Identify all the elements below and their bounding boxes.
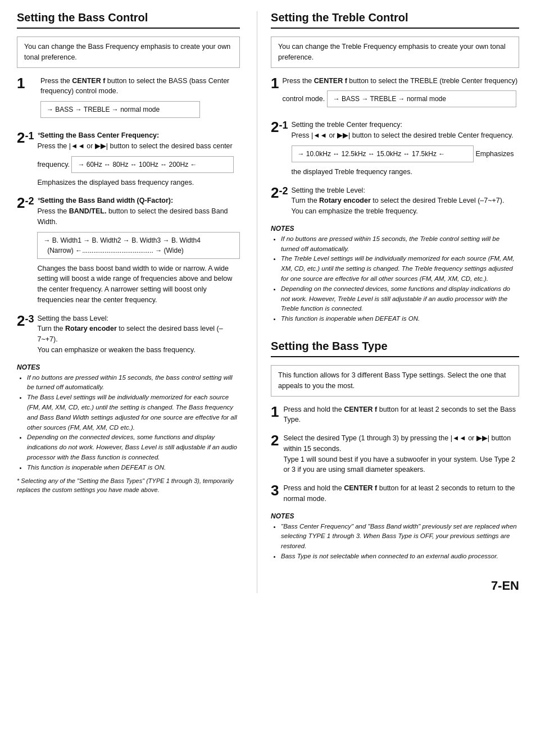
- bass-notes-heading: NOTES: [17, 363, 240, 371]
- bass-notes-list: If no buttons are pressed within 15 seco…: [17, 373, 240, 473]
- bass-step-21-number: 2: [17, 130, 25, 145]
- bass-step-23-sub: -3: [25, 313, 34, 326]
- bass-type-step-3: 3 Press and hold the CENTER f button for…: [271, 483, 519, 504]
- page-number: 7-EN: [271, 579, 519, 593]
- treble-step-22-number: 2: [271, 185, 279, 200]
- bass-info-text: You can change the Bass Frequency emphas…: [24, 43, 230, 61]
- bass-type-step-1-number: 1: [271, 404, 279, 419]
- treble-note-1: If no buttons are pressed within 15 seco…: [281, 234, 519, 254]
- bass-step-2-1: 2 -1 *Setting the Bass Center Frequency:…: [17, 130, 240, 188]
- treble-control-title: Setting the Treble Control: [271, 11, 519, 29]
- bass-step-21-flow: → 60Hz ↔ 80Hz ↔ 100Hz ↔ 200Hz ←: [71, 156, 233, 173]
- bass-note-4: This function is inoperable when DEFEAT …: [27, 463, 240, 473]
- bass-control-section: Setting the Bass Control You can change …: [17, 11, 240, 593]
- bass-step-22-number: 2: [17, 195, 25, 210]
- treble-note-2: The Treble Level settings will be indivi…: [281, 254, 519, 284]
- bass-step-1: 1 Press the CENTER f button to select th…: [17, 76, 240, 123]
- bass-step-21-after: Emphasizes the displayed bass frequency …: [37, 177, 240, 188]
- treble-notes-list: If no buttons are pressed within 15 seco…: [271, 234, 519, 324]
- treble-step-1-flow: → BASS → TREBLE → normal mode: [327, 90, 516, 107]
- bass-type-step-1: 1 Press and hold the CENTER f button for…: [271, 404, 519, 426]
- bass-step-22-content: *Setting the Bass Band width (Q-Factor):…: [37, 195, 240, 305]
- bass-note-2: The Bass Level settings will be individu…: [27, 393, 240, 432]
- bass-type-note-2: Bass Type is not selectable when connect…: [281, 552, 519, 562]
- bass-step-2-2: 2 -2 *Setting the Bass Band width (Q-Fac…: [17, 195, 240, 305]
- bass-step-1-flow: → BASS → TREBLE → normal mode: [40, 101, 200, 118]
- bass-step-22-flow: → B. Width1 → B. Width2 → B. Width3 → B.…: [37, 232, 240, 259]
- bass-type-note-1: "Bass Center Frequency" and "Bass Band w…: [281, 522, 519, 552]
- treble-step-22-content: Setting the treble Level: Turn the Rotar…: [292, 185, 519, 217]
- bass-step-2-3: 2 -3 Setting the bass Level: Turn the Ro…: [17, 313, 240, 356]
- bass-type-step-3-number: 3: [271, 483, 279, 498]
- treble-step-2-2: 2 -2 Setting the treble Level: Turn the …: [271, 185, 519, 217]
- bass-step-23-content: Setting the bass Level: Turn the Rotary …: [37, 313, 240, 356]
- bass-step-1-number: 1: [17, 76, 37, 90]
- treble-notes-heading: NOTES: [271, 225, 519, 233]
- treble-step-21-content: Setting the treble Center frequency: Pre…: [292, 120, 519, 177]
- bass-type-step-1-content: Press and hold the CENTER f button for a…: [284, 404, 519, 426]
- bass-step-22-sub: -2: [25, 195, 34, 208]
- treble-step-22-sub: -2: [279, 185, 288, 198]
- right-column: Setting the Treble Control You can chang…: [257, 11, 519, 593]
- bass-step-21-content: *Setting the Bass Center Frequency: Pres…: [37, 130, 240, 188]
- treble-note-3: Depending on the connected devices, some…: [281, 284, 519, 314]
- bass-notes: NOTES If no buttons are pressed within 1…: [17, 363, 240, 473]
- bass-step-22-after: Changes the bass boost band width to wid…: [37, 263, 240, 306]
- bass-asterisk-note: * Selecting any of the "Setting the Bass…: [17, 476, 240, 495]
- bass-type-step-3-content: Press and hold the CENTER f button for a…: [284, 483, 519, 504]
- bass-step-21-sub: -1: [25, 130, 34, 143]
- bass-step-23-number: 2: [17, 313, 25, 328]
- bass-control-title: Setting the Bass Control: [17, 11, 240, 29]
- bass-note-3: Depending on the connected devices, some…: [27, 432, 240, 462]
- bass-type-notes: NOTES "Bass Center Frequency" and "Bass …: [271, 512, 519, 562]
- treble-step-21-flow: → 10.0kHz ↔ 12.5kHz ↔ 15.0kHz ↔ 17.5kHz …: [292, 145, 474, 162]
- bass-type-info-box: This function allows for 3 different Bas…: [271, 365, 519, 397]
- bass-type-section: Setting the Bass Type This function allo…: [271, 340, 519, 562]
- bass-type-step-2-content: Select the desired Type (1 through 3) by…: [284, 433, 519, 475]
- treble-step-1-number: 1: [271, 76, 279, 90]
- bass-info-box: You can change the Bass Frequency emphas…: [17, 37, 240, 68]
- treble-step-2-1: 2 -1 Setting the treble Center frequency…: [271, 120, 519, 177]
- bass-type-info-text: This function allows for 3 different Bas…: [278, 371, 506, 390]
- treble-note-4: This function is inoperable when DEFEAT …: [281, 314, 519, 324]
- bass-type-step-2: 2 Select the desired Type (1 through 3) …: [271, 433, 519, 475]
- treble-step-1-content: Press the CENTER f button to select the …: [283, 76, 519, 112]
- bass-step-1-content: Press the CENTER f button to select the …: [40, 76, 240, 123]
- treble-control-section: Setting the Treble Control You can chang…: [271, 11, 519, 324]
- bass-type-notes-list: "Bass Center Frequency" and "Bass Band w…: [271, 522, 519, 562]
- treble-step-1: 1 Press the CENTER f button to select th…: [271, 76, 519, 112]
- treble-step-21-sub: -1: [279, 120, 288, 132]
- bass-type-step-2-number: 2: [271, 433, 279, 448]
- bass-type-title: Setting the Bass Type: [271, 340, 519, 357]
- treble-notes: NOTES If no buttons are pressed within 1…: [271, 225, 519, 324]
- bass-type-notes-heading: NOTES: [271, 512, 519, 520]
- bass-note-1: If no buttons are pressed within 15 seco…: [27, 373, 240, 393]
- treble-info-text: You can change the Treble Frequency emph…: [278, 43, 506, 61]
- treble-step-21-number: 2: [271, 120, 279, 134]
- treble-info-box: You can change the Treble Frequency emph…: [271, 37, 519, 68]
- page-num-text: 7-EN: [491, 579, 519, 593]
